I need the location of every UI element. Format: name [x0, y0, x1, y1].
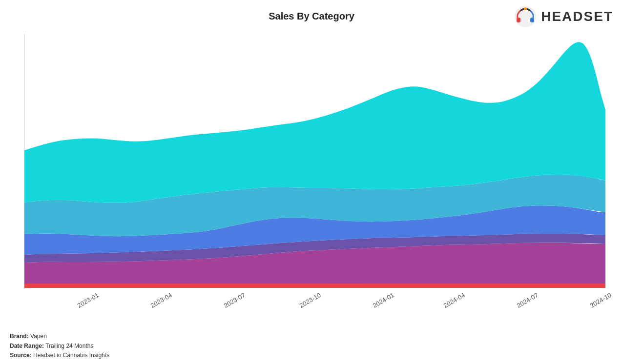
chart-container: 2023-01 2023-04 2023-07 2023-10 2024-01 … [5, 29, 618, 320]
area-beverage [24, 283, 605, 288]
footer-source-label: Source: [10, 352, 32, 359]
chart-svg: 2023-01 2023-04 2023-07 2023-10 2024-01 … [5, 29, 618, 320]
footer-date-range: Date Range: Trailing 24 Months [10, 342, 109, 351]
footer-brand-value: Vapen [30, 333, 47, 340]
footer-date-range-label: Date Range: [10, 343, 44, 349]
footer-brand: Brand: Vapen [10, 332, 109, 341]
svg-point-3 [524, 7, 527, 10]
page: HEADSET Sales By Category Beverage Conce… [0, 0, 623, 364]
footer-brand-label: Brand: [10, 333, 29, 340]
footer-date-range-value: Trailing 24 Months [45, 343, 93, 349]
footer-source: Source: Headset.io Cannabis Insights [10, 351, 109, 360]
footer-source-value: Headset.io Cannabis Insights [33, 352, 109, 359]
footer-info: Brand: Vapen Date Range: Trailing 24 Mon… [10, 332, 109, 360]
chart-title: Sales By Category [0, 11, 623, 22]
